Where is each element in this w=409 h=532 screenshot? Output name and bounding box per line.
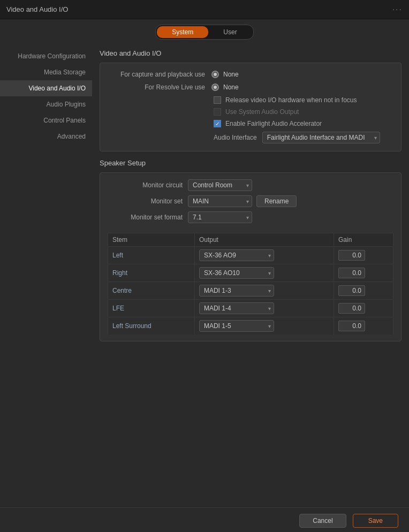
monitor-set-label: Monitor set	[108, 197, 183, 205]
capture-label: For capture and playback use	[109, 71, 205, 78]
sidebar-item-control-panels[interactable]: Control Panels	[0, 112, 92, 128]
resolve-live-value: None	[223, 83, 239, 91]
window-menu-icon[interactable]: ···	[392, 5, 403, 14]
sidebar-item-media-storage[interactable]: Media Storage	[0, 64, 92, 80]
output-select[interactable]: SX-36 AO9SX-36 AO10MADI 1-1MADI 1-2MADI …	[199, 267, 274, 279]
main-layout: Hardware Configuration Media Storage Vid…	[0, 44, 409, 507]
monitor-set-format-select-wrapper: 7.1 5.1 Stereo Mono	[188, 211, 252, 223]
monitor-circuit-row: Monitor circuit Control Room Studio Head…	[108, 179, 393, 191]
resolve-live-row: For Resolve Live use None	[109, 83, 392, 91]
stem-cell: Left	[108, 247, 195, 264]
gain-cell[interactable]	[334, 264, 393, 282]
output-cell[interactable]: SX-36 AO9SX-36 AO10MADI 1-1MADI 1-2MADI …	[194, 247, 334, 264]
audio-interface-label: Audio Interface	[214, 134, 257, 141]
col-gain: Gain	[334, 233, 393, 247]
capture-radio[interactable]	[211, 71, 219, 78]
cancel-button[interactable]: Cancel	[299, 514, 346, 528]
stems-table: Stem Output Gain LeftSX-36 AO9SX-36 AO10…	[108, 233, 393, 335]
footer: Cancel Save	[0, 507, 409, 532]
output-select-wrapper: SX-36 AO9SX-36 AO10MADI 1-1MADI 1-2MADI …	[199, 302, 274, 314]
resolve-live-label: For Resolve Live use	[109, 83, 205, 91]
gain-input[interactable]	[338, 321, 365, 331]
table-row: LFESX-36 AO9SX-36 AO10MADI 1-1MADI 1-2MA…	[108, 300, 393, 317]
stem-cell: Left Surround	[108, 317, 195, 335]
monitor-set-format-row: Monitor set format 7.1 5.1 Stereo Mono	[108, 211, 393, 223]
col-output: Output	[194, 233, 334, 247]
window-title: Video and Audio I/O	[6, 5, 68, 13]
output-select[interactable]: SX-36 AO9SX-36 AO10MADI 1-1MADI 1-2MADI …	[199, 302, 274, 314]
gain-cell[interactable]	[334, 247, 393, 264]
monitor-set-select-wrapper: MAIN ALT 1 ALT 2	[188, 195, 252, 207]
monitor-set-row: Monitor set MAIN ALT 1 ALT 2 Rename	[108, 195, 393, 207]
gain-input[interactable]	[338, 250, 365, 261]
enable-fairlight-checkbox[interactable]	[214, 120, 221, 127]
capture-row: For capture and playback use None	[109, 71, 392, 78]
sidebar-item-advanced[interactable]: Advanced	[0, 128, 92, 145]
stems-table-wrapper[interactable]: Stem Output Gain LeftSX-36 AO9SX-36 AO10…	[108, 227, 393, 335]
tab-group: System User	[155, 25, 253, 40]
gain-cell[interactable]	[334, 282, 393, 300]
table-row: CentreSX-36 AO9SX-36 AO10MADI 1-1MADI 1-…	[108, 282, 393, 300]
gain-cell[interactable]	[334, 300, 393, 317]
sidebar-item-video-and-audio-io[interactable]: Video and Audio I/O	[0, 80, 92, 96]
output-cell[interactable]: SX-36 AO9SX-36 AO10MADI 1-1MADI 1-2MADI …	[194, 264, 334, 282]
sidebar-item-audio-plugins[interactable]: Audio Plugins	[0, 96, 92, 112]
use-system-audio-checkbox[interactable]	[214, 108, 221, 116]
table-row: Left SurroundSX-36 AO9SX-36 AO10MADI 1-1…	[108, 317, 393, 335]
audio-interface-select-wrapper: Fairlight Audio Interface and MADI Built…	[262, 132, 380, 143]
rename-button[interactable]: Rename	[256, 195, 297, 207]
monitor-set-format-select[interactable]: 7.1 5.1 Stereo Mono	[188, 211, 252, 223]
gain-input[interactable]	[338, 268, 365, 278]
output-select[interactable]: SX-36 AO9SX-36 AO10MADI 1-1MADI 1-2MADI …	[199, 320, 274, 332]
enable-fairlight-row: Enable Fairlight Audio Accelerator	[109, 120, 392, 127]
stem-cell: Centre	[108, 282, 195, 300]
col-stem: Stem	[108, 233, 195, 247]
audio-interface-select[interactable]: Fairlight Audio Interface and MADI Built…	[262, 132, 380, 143]
gain-cell[interactable]	[334, 317, 393, 335]
output-cell[interactable]: SX-36 AO9SX-36 AO10MADI 1-1MADI 1-2MADI …	[194, 300, 334, 317]
output-select-wrapper: SX-36 AO9SX-36 AO10MADI 1-1MADI 1-2MADI …	[199, 320, 274, 332]
output-cell[interactable]: SX-36 AO9SX-36 AO10MADI 1-1MADI 1-2MADI …	[194, 317, 334, 335]
speaker-section-title: Speaker Setup	[100, 159, 402, 167]
enable-fairlight-label: Enable Fairlight Audio Accelerator	[225, 120, 322, 127]
release-video-checkbox[interactable]	[214, 96, 221, 104]
sidebar: Hardware Configuration Media Storage Vid…	[0, 44, 92, 507]
gain-input[interactable]	[338, 303, 365, 314]
output-select-wrapper: SX-36 AO9SX-36 AO10MADI 1-1MADI 1-2MADI …	[199, 249, 274, 261]
monitor-circuit-select-wrapper: Control Room Studio Headphones	[188, 179, 252, 191]
capture-value: None	[223, 71, 239, 78]
table-row: RightSX-36 AO9SX-36 AO10MADI 1-1MADI 1-2…	[108, 264, 393, 282]
output-select[interactable]: SX-36 AO9SX-36 AO10MADI 1-1MADI 1-2MADI …	[199, 285, 274, 297]
output-select-wrapper: SX-36 AO9SX-36 AO10MADI 1-1MADI 1-2MADI …	[199, 285, 274, 297]
release-video-label: Release video I/O hardware when not in f…	[225, 96, 357, 104]
content-area: Video and Audio I/O For capture and play…	[92, 44, 409, 507]
release-video-row: Release video I/O hardware when not in f…	[109, 96, 392, 104]
audio-interface-row: Audio Interface Fairlight Audio Interfac…	[109, 132, 392, 143]
stem-cell: Right	[108, 264, 195, 282]
sidebar-item-hardware-configuration[interactable]: Hardware Configuration	[0, 48, 92, 64]
output-select[interactable]: SX-36 AO9SX-36 AO10MADI 1-1MADI 1-2MADI …	[199, 249, 274, 261]
title-bar: Video and Audio I/O ···	[0, 0, 409, 19]
tab-user[interactable]: User	[208, 26, 252, 38]
table-row: LeftSX-36 AO9SX-36 AO10MADI 1-1MADI 1-2M…	[108, 247, 393, 264]
save-button[interactable]: Save	[353, 514, 398, 528]
output-cell[interactable]: SX-36 AO9SX-36 AO10MADI 1-1MADI 1-2MADI …	[194, 282, 334, 300]
resolve-live-radio[interactable]	[211, 83, 219, 91]
speaker-panel: Monitor circuit Control Room Studio Head…	[100, 172, 402, 341]
use-system-audio-label: Use System Audio Output	[225, 108, 299, 116]
gain-input[interactable]	[338, 285, 365, 296]
monitor-circuit-select[interactable]: Control Room Studio Headphones	[188, 179, 252, 191]
monitor-circuit-label: Monitor circuit	[108, 181, 183, 189]
section-title: Video and Audio I/O	[100, 49, 402, 57]
tab-system[interactable]: System	[157, 26, 208, 38]
use-system-audio-row: Use System Audio Output	[109, 108, 392, 116]
monitor-set-select[interactable]: MAIN ALT 1 ALT 2	[188, 195, 252, 207]
monitor-set-format-label: Monitor set format	[108, 214, 183, 221]
tab-bar: System User	[0, 19, 409, 44]
output-select-wrapper: SX-36 AO9SX-36 AO10MADI 1-1MADI 1-2MADI …	[199, 267, 274, 279]
stem-cell: LFE	[108, 300, 195, 317]
io-panel: For capture and playback use None For Re…	[100, 63, 402, 151]
